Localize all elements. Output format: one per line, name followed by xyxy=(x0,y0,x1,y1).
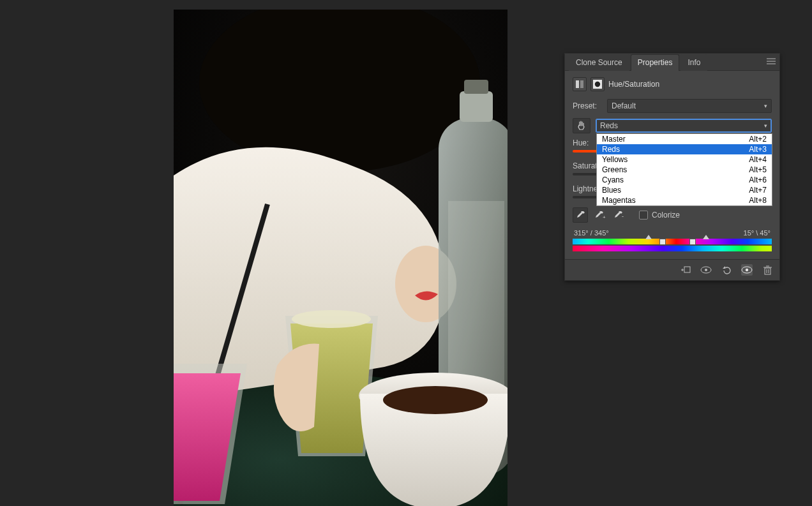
tab-properties[interactable]: Properties xyxy=(631,54,680,71)
panel-footer xyxy=(565,259,779,280)
channel-option-reds[interactable]: RedsAlt+3 xyxy=(597,144,772,154)
svg-rect-26 xyxy=(765,268,771,274)
channel-option-master[interactable]: MasterAlt+2 xyxy=(597,134,772,144)
channel-option-magentas[interactable]: MagentasAlt+8 xyxy=(597,195,772,205)
range-falloff-right[interactable] xyxy=(703,235,709,239)
eyedropper-subtract-tool[interactable]: - xyxy=(612,208,626,222)
tab-clone-source[interactable]: Clone Source xyxy=(569,54,629,71)
svg-rect-16 xyxy=(580,80,583,88)
panel-menu-icon[interactable] xyxy=(767,57,776,66)
chevron-down-icon: ▾ xyxy=(764,103,767,109)
tab-info[interactable]: Info xyxy=(680,54,707,71)
colorize-label: Colorize xyxy=(652,211,680,220)
eyedropper-add-tool[interactable]: + xyxy=(593,208,607,222)
svg-text:-: - xyxy=(622,213,624,220)
svg-rect-6 xyxy=(464,80,488,94)
adjustment-title: Hue/Saturation xyxy=(608,80,659,89)
toggle-visibility-button[interactable] xyxy=(741,264,753,276)
targeted-adjustment-tool-button[interactable] xyxy=(573,118,590,133)
color-channel-select[interactable]: Reds ▾ MasterAlt+2 RedsAlt+3 YellowsAlt+… xyxy=(596,119,772,133)
canvas-image-area[interactable] xyxy=(174,10,508,506)
svg-point-23 xyxy=(705,269,707,271)
view-previous-state-button[interactable] xyxy=(700,264,712,276)
svg-point-18 xyxy=(595,82,600,87)
channel-option-cyans[interactable]: CyansAlt+6 xyxy=(597,175,772,185)
eyedropper-tool[interactable] xyxy=(573,207,588,223)
colorize-checkbox[interactable]: Colorize xyxy=(639,211,680,220)
preset-label: Preset: xyxy=(573,101,602,110)
svg-rect-15 xyxy=(576,80,579,88)
clip-to-layer-button[interactable] xyxy=(680,264,691,276)
svg-point-11 xyxy=(383,386,488,414)
preset-value: Default xyxy=(612,101,636,110)
svg-rect-21 xyxy=(684,267,690,272)
mask-icon[interactable] xyxy=(590,77,605,91)
preset-select[interactable]: Default ▾ xyxy=(607,99,772,113)
adjustment-type-icon xyxy=(573,77,587,91)
properties-panel: « ✕ Clone Source Properties Info Hue/Sat… xyxy=(564,53,780,281)
chevron-down-icon: ▾ xyxy=(764,123,767,129)
channel-option-blues[interactable]: BluesAlt+7 xyxy=(597,185,772,195)
reset-button[interactable] xyxy=(721,264,732,276)
delete-button[interactable] xyxy=(762,264,773,276)
hue-spectrum-strip[interactable] xyxy=(573,239,772,251)
range-stop-right[interactable] xyxy=(689,239,696,245)
checkbox-icon xyxy=(639,211,648,220)
range-falloff-left[interactable] xyxy=(645,235,652,239)
channel-option-greens[interactable]: GreensAlt+5 xyxy=(597,165,772,175)
svg-point-25 xyxy=(746,269,748,271)
color-channel-dropdown: MasterAlt+2 RedsAlt+3 YellowsAlt+4 Green… xyxy=(596,133,772,206)
color-channel-value: Reds xyxy=(600,121,618,130)
channel-option-yellows[interactable]: YellowsAlt+4 xyxy=(597,154,772,165)
svg-rect-5 xyxy=(460,91,493,122)
svg-text:+: + xyxy=(603,214,606,220)
range-stop-left[interactable] xyxy=(659,239,666,245)
svg-point-9 xyxy=(292,310,371,328)
